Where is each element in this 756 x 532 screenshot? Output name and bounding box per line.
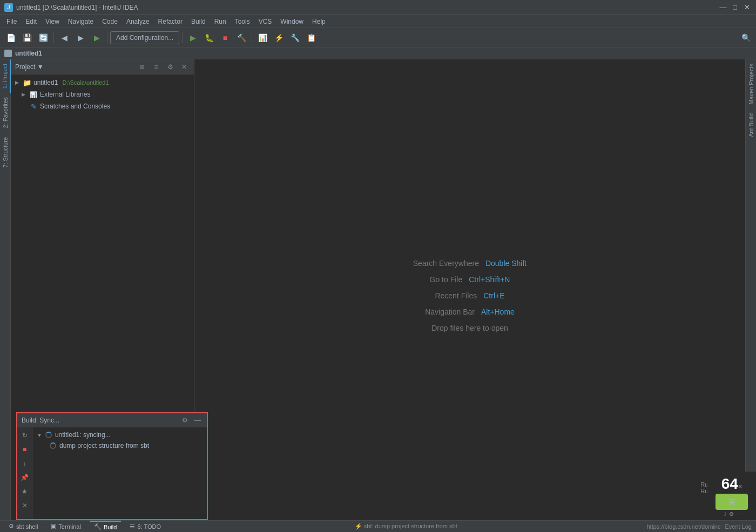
profile-button[interactable]: ⚡ (271, 30, 286, 45)
run-button[interactable]: ▶ (185, 30, 200, 45)
favorites-panel-tab[interactable]: 2: Favorites (1, 93, 10, 132)
build-icon: 🔨 (94, 523, 102, 530)
build-refresh-button[interactable]: ↻ (19, 429, 31, 441)
menu-build[interactable]: Build (187, 17, 210, 26)
folder-icon: 📁 (23, 79, 31, 87)
corner-widget: 64 × 英 ☽ ⚙ ⋯ (707, 472, 756, 520)
hint-drop-label: Drop files here to open (431, 324, 508, 332)
build-scroll-button[interactable]: ↓ (19, 458, 31, 469)
flag-button[interactable]: 📋 (303, 30, 319, 45)
back-button[interactable]: ◀ (57, 30, 72, 45)
menu-refactor[interactable]: Refactor (154, 17, 187, 26)
memory-subscript: × (738, 482, 742, 490)
structure-panel-tab[interactable]: 7: Structure (1, 133, 10, 172)
hint-recent-shortcut: Ctrl+E (483, 291, 504, 300)
project-panel-tab[interactable]: 1: Project (0, 59, 11, 93)
menu-vcs[interactable]: VCS (254, 17, 276, 26)
build-arrow-icon: ▼ (37, 432, 42, 438)
menu-file[interactable]: File (2, 17, 21, 26)
tree-item-scratches[interactable]: ▶ ✎ Scratches and Consoles (11, 100, 194, 112)
hint-navbar-label: Navigation Bar (425, 308, 475, 316)
forward-button[interactable]: ▶ (73, 30, 88, 45)
build-label: Build (104, 524, 117, 530)
debug-button[interactable]: 🐛 (201, 30, 217, 45)
minimize-button[interactable]: — (718, 3, 728, 12)
save-button[interactable]: 💾 (19, 30, 35, 45)
menu-edit[interactable]: Edit (21, 17, 41, 26)
terminal-icon: ▣ (51, 523, 56, 530)
build-spinner (45, 432, 52, 438)
hint-search-everywhere: Search Everywhere Double Shift (413, 259, 526, 268)
terminal-tab[interactable]: ▣ Terminal (46, 521, 85, 533)
left-side-panel: 1: Project 2: Favorites 7: Structure (0, 59, 11, 532)
maven-projects-tab[interactable]: Maven Projects (746, 59, 756, 109)
status-url: https://blog.csdn.net/dominc (646, 523, 720, 530)
menu-tools[interactable]: Tools (231, 17, 254, 26)
collapse-all-button[interactable]: ≡ (151, 62, 161, 72)
sbt-shell-label: sbt shell (16, 523, 38, 530)
project-panel-header: Project ▼ ⊕ ≡ ⚙ ✕ (11, 59, 194, 74)
build-minimize-button[interactable]: — (193, 415, 202, 425)
build-panel-content: ↻ ■ ↓ 📌 ★ ✕ ▼ untitled1: syncing... dump… (17, 427, 207, 519)
right-side-panel: Maven Projects Ant Build (745, 59, 756, 532)
coverage-button[interactable]: 📊 (255, 30, 270, 45)
event-log[interactable]: Event Log (725, 523, 752, 530)
memory-number: 64 (721, 475, 738, 493)
app-icon: J (4, 3, 13, 12)
memory-indicator[interactable]: 64 × (721, 475, 742, 493)
ant-build-tab[interactable]: Ant Build (746, 109, 756, 141)
search-everywhere-icon[interactable]: 🔍 (739, 31, 753, 44)
close-panel-button[interactable]: ✕ (179, 62, 190, 72)
sync-button[interactable]: 🔄 (36, 30, 51, 45)
todo-label: 6: TODO (137, 523, 161, 530)
scope-button[interactable]: ⊕ (137, 62, 147, 72)
build-settings-button[interactable]: ⚙ (180, 415, 190, 425)
new-file-button[interactable]: 📄 (3, 30, 18, 45)
build-panel-title: Build: Sync... (22, 417, 177, 424)
menu-view[interactable]: View (41, 17, 64, 26)
add-configuration-button[interactable]: Add Configuration... (110, 31, 179, 44)
project-name: untitled1 (15, 50, 42, 57)
maximize-button[interactable]: □ (730, 3, 740, 12)
build-button[interactable]: 🔨 (234, 30, 249, 45)
wrench-button[interactable]: 🔧 (287, 30, 302, 45)
sbt-shell-icon: ⚙ (9, 523, 14, 530)
sbt-shell-tab[interactable]: ⚙ sbt shell (4, 521, 42, 533)
menu-run[interactable]: Run (210, 17, 231, 26)
menu-window[interactable]: Window (276, 17, 308, 26)
tree-arrow-ext-libs: ▶ (22, 92, 27, 97)
close-button[interactable]: ✕ (742, 3, 752, 12)
build-tab[interactable]: 🔨 Build (90, 521, 121, 533)
settings-button[interactable]: ⚙ (165, 62, 176, 72)
build-star-button[interactable]: ★ (19, 486, 31, 497)
corner-gear-icon: ⚙ (729, 511, 734, 517)
menu-navigate[interactable]: Navigate (64, 17, 98, 26)
build-child-label: dump project structure from sbt (59, 442, 149, 449)
menu-help[interactable]: Help (308, 17, 330, 26)
project-name-bar: untitled1 (0, 47, 756, 59)
build-pin-button[interactable]: 📌 (19, 472, 31, 483)
hint-search-label: Search Everywhere (413, 259, 479, 268)
todo-tab[interactable]: ☰ 6: TODO (125, 521, 165, 533)
menu-bar: File Edit View Navigate Code Analyze Ref… (0, 15, 756, 28)
build-tree-child: dump project structure from sbt (37, 440, 202, 451)
toolbar-separator-2 (107, 32, 107, 43)
menu-code[interactable]: Code (98, 17, 122, 26)
tree-item-external-libs[interactable]: ▶ 📊 External Libraries (11, 88, 194, 100)
todo-icon: ☰ (130, 523, 135, 530)
build-child-spinner (50, 442, 56, 449)
corner-dots: ⋯ (736, 511, 741, 517)
stop-button[interactable]: ■ (218, 30, 233, 45)
external-libraries-label: External Libraries (40, 91, 90, 98)
libraries-icon: 📊 (29, 91, 38, 98)
build-close-button[interactable]: ✕ (19, 500, 31, 511)
navigate-button[interactable]: ▶ (89, 30, 104, 45)
toolbar-separator-1 (53, 32, 54, 43)
tree-item-project[interactable]: ▶ 📁 untitled1 D:\Scala\untitled1 (11, 77, 194, 88)
project-folder-label: untitled1 (33, 79, 58, 86)
build-stop-button[interactable]: ■ (19, 444, 31, 455)
ime-block[interactable]: 英 (716, 494, 748, 510)
build-root-label: untitled1: syncing... (55, 431, 111, 439)
menu-analyze[interactable]: Analyze (122, 17, 154, 26)
status-message: ⚡ sbt: dump project structure from sbt (170, 523, 642, 530)
